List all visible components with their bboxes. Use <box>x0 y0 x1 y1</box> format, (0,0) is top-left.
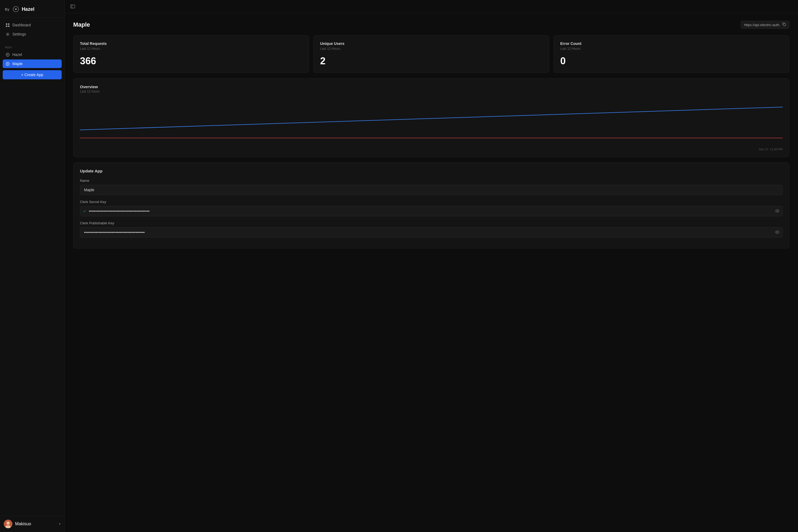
overview-sublabel: Last 12 hours <box>80 90 783 93</box>
create-app-button[interactable]: + Create App <box>3 70 62 79</box>
api-url-text: https://api.electric-auth. <box>744 23 780 27</box>
stat-label: Total Requests <box>80 41 302 46</box>
stat-sublabel: Last 12 Hours <box>560 47 783 51</box>
svg-point-15 <box>777 210 778 212</box>
clerk-secret-label: Clerk Secret Key <box>80 200 783 204</box>
sidebar-app-hazel-label: Hazel <box>12 53 22 57</box>
stat-label: Error Count <box>560 41 783 46</box>
sidebar-item-hazel[interactable]: Hazel <box>3 50 62 59</box>
nav-section: Dashboard Settings <box>0 18 64 42</box>
content-area: Maple https://api.electric-auth. Total R… <box>65 13 798 256</box>
user-name: Makisuo <box>15 521 31 526</box>
svg-rect-3 <box>6 25 7 27</box>
brand-name: Hazel <box>22 6 34 12</box>
svg-point-16 <box>775 231 779 233</box>
clerk-secret-input[interactable] <box>80 206 783 216</box>
svg-rect-13 <box>783 24 786 26</box>
clerk-publishable-input-wrapper <box>80 227 783 238</box>
svg-point-17 <box>777 232 778 233</box>
name-input[interactable] <box>80 185 783 195</box>
chevron-down-icon[interactable]: ▾ <box>59 522 60 526</box>
update-app-card: Update App Name Clerk Secret Key ✓ <box>73 163 790 248</box>
svg-point-5 <box>7 34 8 35</box>
avatar <box>4 520 12 528</box>
svg-point-9 <box>6 521 10 525</box>
svg-point-14 <box>775 210 779 212</box>
chart-blue-line <box>80 107 783 130</box>
brand-logo: By Hazel <box>0 0 64 18</box>
overview-card: Overview Last 12 hours Dec 27, 11:00 PM <box>73 78 790 157</box>
stat-value: 0 <box>560 55 783 67</box>
apps-section-label: Apps <box>0 42 64 50</box>
svg-rect-11 <box>71 5 75 8</box>
sidebar-footer: Makisuo ▾ <box>0 516 64 532</box>
sidebar-item-label: Settings <box>12 32 26 36</box>
clerk-publishable-field-group: Clerk Publishable Key <box>80 221 783 238</box>
chart-timestamp: Dec 27, 11:00 PM <box>80 148 783 151</box>
clerk-publishable-label: Clerk Publishable Key <box>80 221 783 225</box>
stat-card-unique-users: Unique Users Last 12 Hours 2 <box>313 35 549 73</box>
settings-icon <box>5 32 10 36</box>
dashboard-icon <box>5 23 10 27</box>
svg-rect-1 <box>6 23 7 25</box>
stat-sublabel: Last 12 Hours <box>80 47 302 51</box>
sidebar: By Hazel Dashboard <box>0 0 65 532</box>
clerk-publishable-input[interactable] <box>80 227 783 238</box>
stat-label: Unique Users <box>320 41 543 46</box>
sidebar-item-settings[interactable]: Settings <box>3 30 62 38</box>
sidebar-toggle-button[interactable] <box>69 3 76 10</box>
page-title: Maple <box>73 21 90 28</box>
stat-card-total-requests: Total Requests Last 12 Hours 366 <box>73 35 309 73</box>
stat-card-error-count: Error Count Last 12 Hours 0 <box>554 35 790 73</box>
overview-title: Overview <box>80 84 783 89</box>
stat-sublabel: Last 12 Hours <box>320 47 543 51</box>
stats-grid: Total Requests Last 12 Hours 366 Unique … <box>73 35 790 73</box>
copy-icon[interactable] <box>782 23 786 27</box>
chart-svg <box>80 98 783 146</box>
update-app-title: Update App <box>80 169 783 173</box>
clerk-secret-field-group: Clerk Secret Key ✓ <box>80 200 783 216</box>
svg-rect-2 <box>8 23 10 25</box>
sidebar-item-label: Dashboard <box>12 23 31 27</box>
svg-rect-4 <box>8 25 10 27</box>
stat-value: 2 <box>320 55 543 67</box>
topbar <box>65 0 798 13</box>
name-label: Name <box>80 178 783 183</box>
name-field-group: Name <box>80 178 783 195</box>
hazel-app-icon <box>5 53 10 57</box>
main-content: Maple https://api.electric-auth. Total R… <box>65 0 798 532</box>
eye-icon-secret[interactable] <box>775 209 779 213</box>
sidebar-item-maple[interactable]: Maple <box>3 59 62 68</box>
by-label: By <box>5 7 10 11</box>
clerk-secret-input-wrapper: ✓ <box>80 206 783 216</box>
sidebar-app-maple-label: Maple <box>12 62 23 66</box>
eye-icon-publishable[interactable] <box>775 230 779 234</box>
sidebar-item-dashboard[interactable]: Dashboard <box>3 21 62 29</box>
check-icon: ✓ <box>83 209 86 213</box>
maple-app-icon <box>5 62 10 66</box>
hazel-logo-icon <box>12 5 20 13</box>
api-url-badge[interactable]: https://api.electric-auth. <box>741 21 790 29</box>
overview-chart <box>80 98 783 146</box>
page-header: Maple https://api.electric-auth. <box>73 21 790 29</box>
stat-value: 366 <box>80 55 302 67</box>
user-info: Makisuo <box>4 520 31 528</box>
